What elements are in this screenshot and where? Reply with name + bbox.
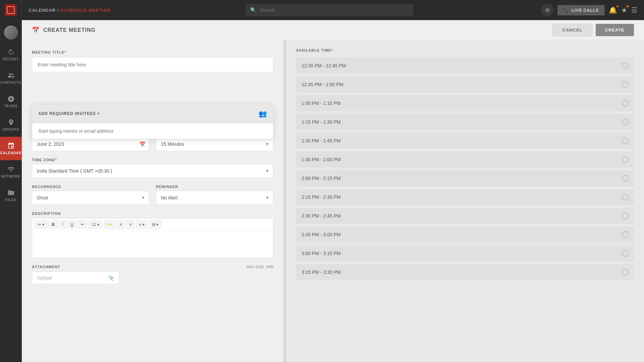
time-slot-radio[interactable] xyxy=(622,81,629,88)
time-slot[interactable]: 1:30 PM - 1:45 PM xyxy=(296,133,634,149)
toolbar-fontcolor-button[interactable]: A ▾ xyxy=(104,221,115,229)
time-slot-label: 2:30 PM - 2:45 PM xyxy=(302,213,341,219)
duration-select[interactable]: 15 Minutes 30 Minutes 1 Hour xyxy=(156,137,273,151)
attachment-section: ATTACHMENT MAX SIZE: 2MB Upload 📎 xyxy=(32,265,273,284)
time-slot-radio[interactable] xyxy=(622,269,629,276)
invitees-overlay: ADD REQUIRED INVITEES + 👥 xyxy=(32,104,273,139)
cancel-button[interactable]: CANCEL xyxy=(552,24,592,36)
toolbar-ordered-list-button[interactable]: ≡ xyxy=(126,221,135,229)
reminder-select[interactable]: No Alert 5 Minutes 15 Minutes xyxy=(156,191,273,205)
form-panel: MEETING TITLE* ADD REQUIRED INVITEES + 👥 xyxy=(22,40,283,362)
notifications-button[interactable]: 🔔 xyxy=(609,6,617,14)
sidebar: RECENT CONTACTS TEAMS GROUPS CALENDAR NE… xyxy=(0,20,22,362)
groups-icon xyxy=(7,119,15,126)
toolbar-table-button[interactable]: ⊞ ▾ xyxy=(149,221,161,229)
description-editor[interactable] xyxy=(32,231,273,258)
breadcrumb-base[interactable]: CALENDAR xyxy=(29,8,56,13)
invitees-search-input[interactable] xyxy=(38,128,267,134)
time-slot-radio[interactable] xyxy=(622,62,629,69)
timezone-select[interactable]: India Standard Time ( GMT +05:30 ) xyxy=(32,164,273,178)
toolbar-align-button[interactable]: ≡ ▾ xyxy=(136,221,147,229)
user-avatar[interactable] xyxy=(4,25,18,40)
time-slot[interactable]: 1:45 PM - 2:00 PM xyxy=(296,152,634,168)
main-content: 📅 CREATE MEETING CANCEL CREATE MEETING T… xyxy=(22,20,644,362)
time-slot-radio[interactable] xyxy=(622,137,629,144)
search-input[interactable] xyxy=(260,7,409,13)
time-slot-radio[interactable] xyxy=(622,175,629,182)
time-slot-radio[interactable] xyxy=(622,100,629,107)
scroll-divider xyxy=(283,40,286,362)
toolbar-bold-button[interactable]: B xyxy=(49,221,58,229)
time-slot-radio[interactable] xyxy=(622,213,629,219)
time-slot[interactable]: 2:30 PM - 2:45 PM xyxy=(296,208,634,224)
toolbar-underline-button[interactable]: U xyxy=(67,221,76,229)
sidebar-item-contacts-label: CONTACTS xyxy=(0,81,21,84)
time-slot-label: 1:00 PM - 1:15 PM xyxy=(302,101,341,106)
time-slot-label: 2:15 PM - 2:30 PM xyxy=(302,194,341,200)
bookmark-badge xyxy=(626,5,629,8)
sidebar-item-teams[interactable]: TEAMS xyxy=(0,90,22,113)
recurrence-reminder-row: RECURRENCE Once Daily Weekly ▼ REMINDER xyxy=(32,185,273,205)
time-slot-radio[interactable] xyxy=(622,250,629,257)
toolbar-highlight-button[interactable]: ✏ xyxy=(78,221,87,229)
timezone-label: TIME ZONE* xyxy=(32,158,273,162)
time-slot-radio[interactable] xyxy=(622,119,629,125)
sidebar-item-calendar[interactable]: CALENDAR xyxy=(0,137,22,160)
time-slot-label: 1:45 PM - 2:00 PM xyxy=(302,157,341,162)
time-slot[interactable]: 1:00 PM - 1:15 PM xyxy=(296,95,634,111)
sidebar-item-groups-label: GROUPS xyxy=(3,128,19,131)
editor-container: ✏ ▾ B I U ✏ 11 ▾ A ▾ ≡ ≡ ≡ ▾ ⊞ ▾ xyxy=(32,218,273,258)
sidebar-item-files-label: FILES xyxy=(5,198,16,202)
toolbar-italic-button[interactable]: I xyxy=(59,221,66,229)
date-input[interactable] xyxy=(32,137,149,151)
live-calls-label: LIVE CALLS xyxy=(572,8,599,13)
time-slot[interactable]: 2:00 PM - 2:15 PM xyxy=(296,170,634,186)
toolbar-pen-button[interactable]: ✏ ▾ xyxy=(35,221,47,229)
search-icon: 🔍 xyxy=(250,7,257,13)
create-button[interactable]: CREATE xyxy=(596,24,634,36)
time-slot-radio[interactable] xyxy=(622,231,629,238)
time-slot-label: 12:45 PM - 1:00 PM xyxy=(302,82,343,87)
sidebar-item-network[interactable]: NETWORK xyxy=(0,160,22,184)
subheader-title: CREATE MEETING xyxy=(43,27,96,33)
timezone-group: TIME ZONE* India Standard Time ( GMT +05… xyxy=(32,158,273,178)
topbar-actions: ⚙ 📞 LIVE CALLS 🔔 ★ ☰ xyxy=(541,4,644,16)
meeting-title-label: MEETING TITLE* xyxy=(32,50,273,54)
invitees-label[interactable]: ADD REQUIRED INVITEES + xyxy=(38,111,100,116)
upload-label: Upload xyxy=(37,275,52,281)
time-slot[interactable]: 1:15 PM - 1:30 PM xyxy=(296,114,634,130)
time-slot-radio[interactable] xyxy=(622,156,629,163)
logo-inner xyxy=(7,6,15,14)
sidebar-item-files[interactable]: FILES xyxy=(0,184,22,207)
notification-badge xyxy=(616,5,619,8)
time-slot[interactable]: 12:45 PM - 1:00 PM xyxy=(296,76,634,93)
meeting-title-input[interactable] xyxy=(32,57,273,72)
time-slot[interactable]: 2:15 PM - 2:30 PM xyxy=(296,189,634,205)
calendar-input-icon: 📅 xyxy=(140,141,145,147)
search-area: 🔍 xyxy=(117,4,541,16)
files-icon xyxy=(7,189,15,196)
time-slot[interactable]: 3:15 PM - 3:30 PM xyxy=(296,264,634,280)
toolbar-fontsize-button[interactable]: 11 ▾ xyxy=(89,221,102,229)
bookmark-button[interactable]: ★ xyxy=(621,6,627,14)
breadcrumb-separator: / xyxy=(57,8,60,13)
sidebar-item-contacts[interactable]: CONTACTS xyxy=(0,66,22,90)
sidebar-item-recent[interactable]: RECENT xyxy=(0,43,22,66)
upload-button[interactable]: Upload 📎 xyxy=(32,272,119,284)
settings-button[interactable]: ⚙ xyxy=(541,4,553,16)
attachment-label: ATTACHMENT xyxy=(32,265,60,269)
phone-icon: 📞 xyxy=(564,8,569,13)
toolbar-unordered-list-button[interactable]: ≡ xyxy=(116,221,125,229)
recurrence-select[interactable]: Once Daily Weekly xyxy=(32,191,149,205)
time-slot[interactable]: 3:00 PM - 3:15 PM xyxy=(296,245,634,261)
live-calls-button[interactable]: 📞 LIVE CALLS xyxy=(557,5,605,15)
reminder-label: REMINDER xyxy=(156,185,273,189)
time-slot[interactable]: 12:30 PM - 12:45 PM xyxy=(296,58,634,74)
time-slot-radio[interactable] xyxy=(622,194,629,200)
sidebar-item-groups[interactable]: GROUPS xyxy=(0,113,22,137)
sidebar-item-recent-label: RECENT xyxy=(3,57,19,61)
description-label: DESCRIPTION xyxy=(32,212,273,216)
meeting-calendar-icon: 📅 xyxy=(32,26,39,34)
menu-button[interactable]: ☰ xyxy=(631,6,637,14)
time-slot[interactable]: 2:45 PM - 3:00 PM xyxy=(296,227,634,243)
